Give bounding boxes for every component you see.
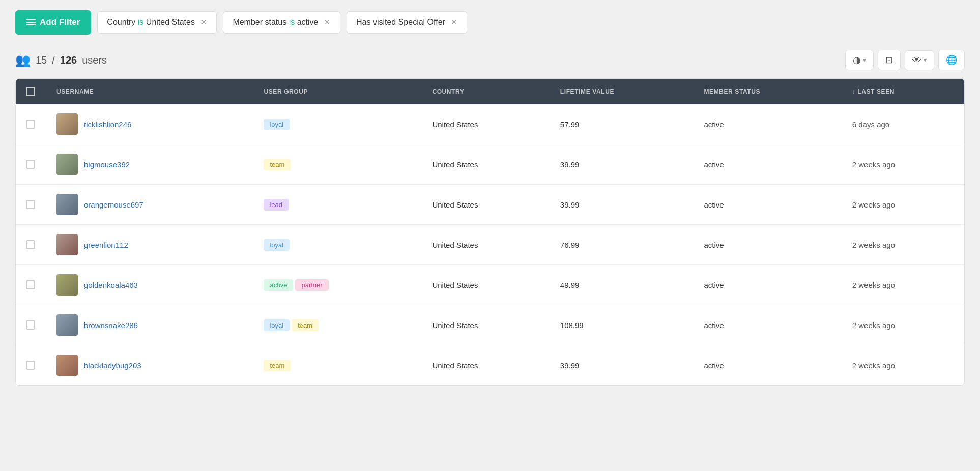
- row-checkbox[interactable]: [26, 280, 35, 289]
- username[interactable]: bigmouse392: [84, 160, 130, 169]
- user-group-tag: loyal: [264, 239, 290, 251]
- row-checkbox[interactable]: [26, 361, 35, 370]
- row-checkbox[interactable]: [26, 120, 35, 129]
- avatar: [56, 314, 78, 336]
- username[interactable]: blackladybug203: [84, 361, 141, 370]
- filter-chip-visited: Has visited Special Offer ×: [347, 11, 467, 34]
- lifetime-value-cell: 39.99: [550, 185, 694, 225]
- filter-country-text: Country is United States: [107, 18, 195, 27]
- users-icon: 👥: [15, 53, 31, 67]
- chart-button[interactable]: ◑ ▾: [845, 50, 874, 70]
- member-status-cell: active: [694, 144, 842, 185]
- filter-country-remove-button[interactable]: ×: [200, 18, 208, 27]
- users-table-container: USERNAME USER GROUP COUNTRY LIFETIME VAL…: [15, 78, 965, 386]
- user-cell: blackladybug203: [56, 355, 243, 376]
- filter-bar: Add Filter Country is United States × Me…: [15, 10, 965, 35]
- username[interactable]: brownsnake286: [84, 321, 138, 330]
- avatar: [56, 355, 78, 376]
- col-member-status-header[interactable]: MEMBER STATUS: [694, 79, 842, 104]
- col-last-seen-header[interactable]: ↓ LAST SEEN: [842, 79, 964, 104]
- add-filter-label: Add Filter: [40, 17, 80, 27]
- user-cell: brownsnake286: [56, 314, 243, 336]
- filter-visited-remove-button[interactable]: ×: [450, 18, 458, 27]
- lifetime-value-cell: 39.99: [550, 345, 694, 386]
- globe-icon: 🌐: [946, 54, 957, 66]
- col-country-header[interactable]: COUNTRY: [422, 79, 550, 104]
- user-cell: greenlion112: [56, 234, 243, 255]
- eye-chevron-icon: ▾: [924, 56, 927, 64]
- chart-icon: ◑: [853, 54, 861, 66]
- eye-icon: 👁: [912, 55, 921, 66]
- table-header-row: USERNAME USER GROUP COUNTRY LIFETIME VAL…: [16, 79, 964, 104]
- avatar: [56, 154, 78, 175]
- row-checkbox[interactable]: [26, 240, 35, 249]
- filter-member-status-remove-button[interactable]: ×: [323, 18, 331, 27]
- row-checkbox[interactable]: [26, 160, 35, 169]
- country-cell: United States: [422, 144, 550, 185]
- user-cell: ticklishlion246: [56, 113, 243, 135]
- table-row: orangemouse697leadUnited States39.99acti…: [16, 185, 964, 225]
- username[interactable]: ticklishlion246: [84, 120, 131, 129]
- username[interactable]: greenlion112: [84, 241, 128, 249]
- users-count-separator: /: [52, 54, 55, 66]
- user-group-tag: team: [264, 159, 291, 170]
- user-cell: orangemouse697: [56, 194, 243, 215]
- user-group-tag: loyal: [264, 119, 290, 130]
- users-count-total: 126: [60, 54, 77, 66]
- users-count-label: users: [82, 54, 107, 66]
- table-row: greenlion112loyalUnited States76.99activ…: [16, 225, 964, 265]
- user-cell: bigmouse392: [56, 154, 243, 175]
- country-cell: United States: [422, 225, 550, 265]
- country-cell: United States: [422, 265, 550, 305]
- col-usergroup-header[interactable]: USER GROUP: [253, 79, 422, 104]
- users-table: USERNAME USER GROUP COUNTRY LIFETIME VAL…: [16, 79, 964, 385]
- select-all-checkbox[interactable]: [26, 87, 35, 96]
- user-group-tag: partner: [295, 279, 328, 291]
- last-seen-cell: 6 days ago: [842, 104, 964, 144]
- table-row: goldenkoala463activepartnerUnited States…: [16, 265, 964, 305]
- filter-chip-country: Country is United States ×: [97, 11, 217, 34]
- add-filter-button[interactable]: Add Filter: [15, 10, 91, 35]
- row-checkbox[interactable]: [26, 200, 35, 209]
- globe-button[interactable]: 🌐: [938, 50, 965, 70]
- user-group-tag: active: [264, 279, 293, 291]
- export-icon: ⊡: [885, 54, 893, 66]
- country-cell: United States: [422, 104, 550, 144]
- col-username-header[interactable]: USERNAME: [46, 79, 253, 104]
- user-cell: goldenkoala463: [56, 274, 243, 296]
- member-status-cell: active: [694, 345, 842, 386]
- username[interactable]: goldenkoala463: [84, 281, 138, 289]
- export-button[interactable]: ⊡: [878, 50, 901, 70]
- user-group-tag: lead: [264, 199, 289, 211]
- row-checkbox[interactable]: [26, 320, 35, 330]
- filter-member-status-operator: is: [289, 18, 295, 26]
- member-status-cell: active: [694, 265, 842, 305]
- avatar: [56, 274, 78, 296]
- member-status-cell: active: [694, 185, 842, 225]
- lifetime-value-cell: 108.99: [550, 305, 694, 345]
- filter-chip-member-status: Member status is active ×: [223, 11, 340, 34]
- avatar: [56, 234, 78, 255]
- user-group-tag: loyal: [264, 319, 290, 331]
- table-row: brownsnake286loyalteamUnited States108.9…: [16, 305, 964, 345]
- filter-country-operator: is: [138, 18, 144, 26]
- username[interactable]: orangemouse697: [84, 200, 143, 209]
- users-count-row: 👥 15 / 126 users ◑ ▾ ⊡ 👁 ▾ 🌐: [15, 50, 965, 70]
- lifetime-value-cell: 39.99: [550, 144, 694, 185]
- country-cell: United States: [422, 345, 550, 386]
- col-lifetime-value-header[interactable]: LIFETIME VALUE: [550, 79, 694, 104]
- member-status-cell: active: [694, 305, 842, 345]
- users-count: 👥 15 / 126 users: [15, 53, 107, 67]
- columns-button[interactable]: 👁 ▾: [905, 50, 934, 70]
- last-seen-cell: 2 weeks ago: [842, 305, 964, 345]
- last-seen-cell: 2 weeks ago: [842, 265, 964, 305]
- filter-icon: [26, 19, 36, 25]
- country-cell: United States: [422, 185, 550, 225]
- filter-visited-text: Has visited Special Offer: [356, 18, 445, 27]
- last-seen-cell: 2 weeks ago: [842, 144, 964, 185]
- filter-member-status-text: Member status is active: [233, 18, 318, 27]
- member-status-cell: active: [694, 104, 842, 144]
- chart-chevron-icon: ▾: [863, 56, 866, 64]
- user-group-tag: team: [292, 319, 319, 331]
- toolbar-icons: ◑ ▾ ⊡ 👁 ▾ 🌐: [845, 50, 965, 70]
